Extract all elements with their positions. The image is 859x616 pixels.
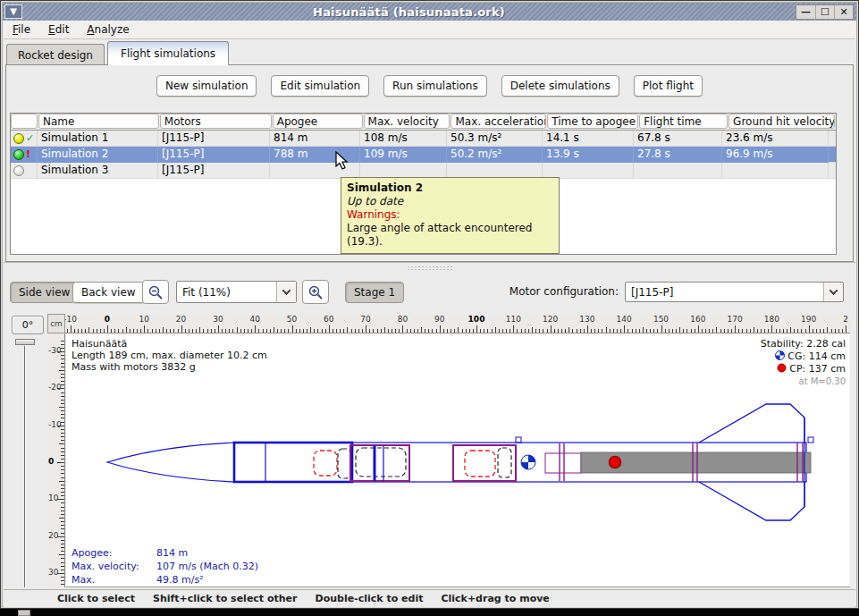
menu-edit[interactable]: Edit — [39, 21, 78, 38]
title-bar[interactable]: ▼ Haisunäätä (haisunaata.ork) — ☐ ✕ — [3, 3, 856, 21]
rotation-slider-track[interactable] — [24, 346, 26, 587]
column-header-time-to-apogee[interactable]: Time to apogee — [547, 114, 638, 129]
ruler-tick — [61, 514, 64, 515]
ruler-tick — [728, 329, 728, 333]
ruler-tick — [211, 329, 212, 333]
apogee-label: Apogee: — [72, 546, 156, 560]
plot-flight-button[interactable]: Plot flight — [634, 75, 703, 97]
column-header-flight-time[interactable]: Flight time — [639, 114, 728, 129]
ruler-label: 50 — [287, 315, 297, 324]
table-row-simulation-1[interactable]: ✓ Simulation 1 [J115-P] 814 m 108 m/s 50… — [11, 131, 836, 147]
cg-value: CG: 114 cm — [787, 350, 846, 362]
ruler-tick — [679, 327, 680, 333]
column-header-max-velocity[interactable]: Max. velocity — [364, 114, 451, 129]
ruler-tick — [111, 329, 112, 333]
ruler-tick — [255, 325, 256, 333]
splitter-grip-icon[interactable] — [407, 266, 453, 270]
ruler-tick — [61, 451, 64, 452]
ruler-label: 80 — [398, 315, 408, 324]
ruler-tick — [288, 329, 289, 333]
rocket-dimensions: Length 189 cm, max. diameter 10.2 cm — [72, 350, 267, 361]
warning-icon: ! — [26, 149, 30, 160]
taskbar-item[interactable] — [18, 610, 30, 616]
ruler-tick — [716, 327, 717, 333]
ruler-tick — [602, 329, 602, 333]
ruler-tick — [61, 485, 64, 485]
ruler-tick — [263, 329, 264, 333]
ruler-tick — [388, 329, 389, 333]
close-button[interactable]: ✕ — [834, 5, 853, 19]
ruler-tick — [152, 329, 153, 333]
ruler-tick — [776, 329, 777, 333]
menu-file[interactable]: File — [4, 21, 39, 38]
new-simulation-button[interactable]: New simulation — [156, 75, 257, 97]
column-header-max-acceleration[interactable]: Max. acceleration — [451, 114, 546, 129]
ruler-tick — [61, 396, 64, 397]
ruler-tick — [783, 329, 784, 333]
ruler-tick — [159, 329, 160, 333]
status-cell: ! — [11, 147, 38, 163]
tab-flight-simulations[interactable]: Flight simulations — [107, 41, 229, 65]
ruler-tick — [620, 329, 621, 333]
ruler-tick — [189, 329, 189, 333]
ruler-tick — [59, 518, 64, 519]
ruler-tick — [240, 329, 241, 333]
combo-arrow — [276, 282, 296, 302]
ruler-tick — [258, 329, 259, 333]
ruler-tick — [61, 374, 64, 375]
menu-edit-rest: dit — [55, 23, 70, 36]
ruler-tick — [59, 481, 64, 482]
hint-click-drag: Click+drag to move — [441, 593, 549, 604]
ruler-tick — [794, 329, 795, 333]
column-header-status[interactable] — [11, 114, 38, 129]
ruler-tick — [702, 329, 703, 333]
maximize-button[interactable]: ☐ — [815, 5, 834, 19]
ruler-tick — [61, 551, 64, 552]
ruler-label: 30 — [48, 568, 58, 577]
ruler-tick — [805, 329, 806, 333]
ruler-tick — [565, 329, 566, 333]
column-header-apogee[interactable]: Apogee — [273, 114, 363, 129]
tab-rocket-design[interactable]: Rocket design — [6, 44, 105, 65]
table-row-simulation-2[interactable]: ! Simulation 2 [J115-P] 788 m 109 m/s 50… — [11, 147, 836, 163]
ruler-tick — [61, 367, 64, 367]
zoom-level-select[interactable]: Fit (11%) — [176, 281, 297, 303]
ruler-tick — [61, 511, 64, 511]
column-header-ground-hit-velocity[interactable]: Ground hit velocity — [728, 114, 835, 129]
run-simulations-button[interactable]: Run simulations — [383, 75, 487, 97]
window-title: Haisunäätä (haisunaata.ork) — [22, 5, 796, 19]
column-header-motors[interactable]: Motors — [160, 114, 272, 129]
minimize-button[interactable]: — — [796, 5, 815, 19]
back-view-button[interactable]: Back view — [72, 282, 145, 303]
ruler-tick — [473, 329, 474, 333]
zoom-out-button[interactable] — [142, 280, 169, 304]
zoom-in-button[interactable] — [302, 280, 329, 304]
menu-bar: File Edit Analyze — [4, 21, 855, 39]
side-view-button[interactable]: Side view — [10, 282, 79, 303]
cell-max-acceleration: 50.3 m/s² — [447, 131, 543, 147]
ruler-tick — [432, 329, 433, 333]
window-menu-icon[interactable]: ▼ — [4, 4, 22, 19]
design-info: Haisunäätä Length 189 cm, max. diameter … — [72, 338, 267, 373]
ruler-tick — [787, 329, 787, 333]
column-header-name[interactable]: Name — [38, 114, 159, 129]
ruler-tick — [469, 329, 470, 333]
ruler-tick — [414, 329, 415, 333]
edit-simulation-button[interactable]: Edit simulation — [271, 75, 369, 97]
menu-analyze[interactable]: Analyze — [78, 21, 138, 38]
horizontal-splitter[interactable] — [4, 262, 855, 271]
ruler-tick — [61, 525, 64, 526]
motor-configuration-select[interactable]: [J115-P] — [625, 282, 844, 302]
ruler-tick — [369, 329, 370, 333]
rocket-canvas[interactable]: Haisunäätä Length 189 cm, max. diameter … — [66, 333, 850, 587]
ruler-tick — [610, 329, 611, 333]
delete-simulations-button[interactable]: Delete simulations — [501, 75, 619, 97]
rotation-slider-thumb[interactable] — [15, 339, 35, 345]
ruler-tick — [399, 329, 400, 333]
stage-1-button[interactable]: Stage 1 — [345, 282, 404, 303]
ruler-tick — [61, 363, 64, 364]
ruler-tick — [61, 429, 64, 430]
ruler-tick — [61, 528, 64, 529]
cell-max-acceleration: 50.2 m/s² — [447, 147, 543, 163]
ruler-tick — [61, 448, 64, 449]
